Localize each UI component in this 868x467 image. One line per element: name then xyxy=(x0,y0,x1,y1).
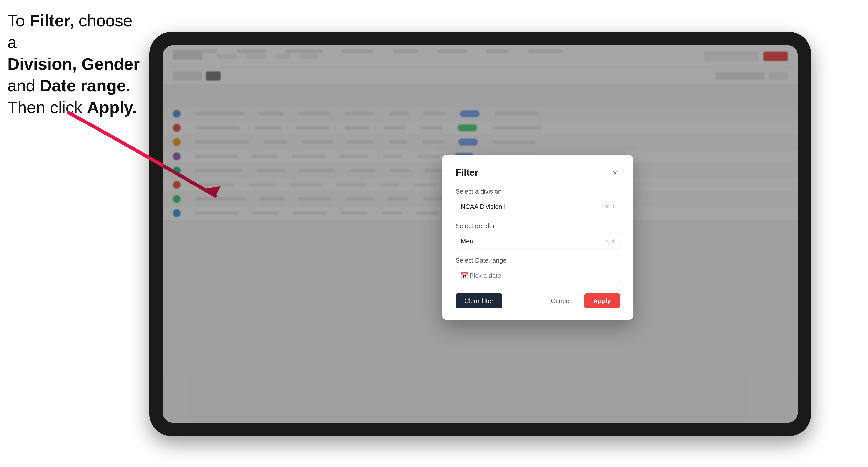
modal-header: Filter × xyxy=(456,167,620,178)
gender-clear-icon[interactable]: × xyxy=(606,238,609,245)
gender-select[interactable]: Men Women Mixed xyxy=(456,233,620,249)
clear-filter-button[interactable]: Clear filter xyxy=(456,293,502,309)
gender-select-wrapper: Men Women Mixed × xyxy=(456,233,620,249)
date-input[interactable] xyxy=(456,268,620,283)
modal-title: Filter xyxy=(456,167,478,178)
modal-close-button[interactable]: × xyxy=(610,167,620,177)
modal-footer: Clear filter Cancel Apply xyxy=(456,293,620,309)
filter-modal: Filter × Select a division NCAA Division… xyxy=(442,155,633,319)
action-buttons: Cancel Apply xyxy=(542,293,620,309)
division-clear-icon[interactable]: × xyxy=(606,203,609,210)
tablet-screen: Filter × Select a division NCAA Division… xyxy=(163,45,798,423)
date-label: Select Date range xyxy=(456,257,620,264)
gender-arrow-icon xyxy=(612,239,615,243)
date-group: Select Date range 📅 xyxy=(456,257,620,283)
division-label: Select a division xyxy=(456,188,620,195)
division-group: Select a division NCAA Division I NCAA D… xyxy=(456,188,620,214)
division-select[interactable]: NCAA Division I NCAA Division II NCAA Di… xyxy=(456,199,620,214)
tablet-frame: Filter × Select a division NCAA Division… xyxy=(150,32,811,436)
date-input-wrapper: 📅 xyxy=(456,268,620,283)
apply-button[interactable]: Apply xyxy=(585,293,620,309)
cancel-button[interactable]: Cancel xyxy=(542,293,580,309)
gender-label: Select gender xyxy=(456,222,620,230)
instruction-text: To Filter, choose a Division, Gender and… xyxy=(7,10,145,118)
gender-group: Select gender Men Women Mixed × xyxy=(456,222,620,249)
division-arrow-icon xyxy=(612,204,615,209)
division-select-wrapper: NCAA Division I NCAA Division II NCAA Di… xyxy=(456,199,620,214)
